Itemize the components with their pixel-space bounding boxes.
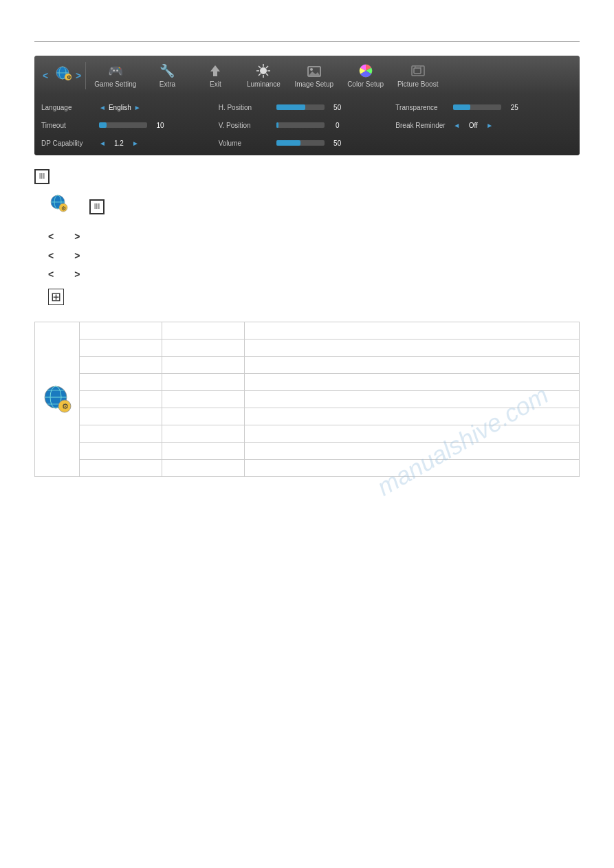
osd-menu-image-label: Image Setup xyxy=(294,80,333,88)
osd-dp-row: DP Capability ◄ 1.2 ► xyxy=(41,136,219,150)
table-cell xyxy=(162,357,245,374)
volume-label: Volume xyxy=(219,140,274,147)
table-cell xyxy=(80,443,162,460)
table-cell xyxy=(80,340,162,357)
osd-menu-game-label: Game Setting xyxy=(94,80,136,88)
table-cell xyxy=(80,357,162,374)
svg-text:⚙: ⚙ xyxy=(61,205,66,212)
table-row xyxy=(35,408,580,425)
table-row xyxy=(35,340,580,357)
osd-menu-picture[interactable]: Picture Boost xyxy=(391,60,445,91)
arrows-desc: < > < > < > xyxy=(48,228,580,283)
osd-timeout-row: Timeout 10 xyxy=(41,118,219,132)
osd-right-column: Transparence 25 Break Reminder ◄ Off ► xyxy=(395,100,573,150)
desc-area: III ⚙ III < > < > < > xyxy=(34,169,580,308)
dp-right-arrow[interactable]: ► xyxy=(132,140,139,147)
svg-marker-17 xyxy=(308,71,320,76)
language-value: English xyxy=(109,104,131,111)
svg-point-6 xyxy=(260,67,267,74)
dp-label: DP Capability xyxy=(41,140,96,147)
break-left-arrow[interactable]: ◄ xyxy=(453,122,460,129)
osd-menu-extra[interactable]: 🔧 Extra xyxy=(143,60,191,91)
timeout-label: Timeout xyxy=(41,122,96,129)
dp-left-arrow[interactable]: ◄ xyxy=(99,140,106,147)
svg-line-11 xyxy=(259,66,261,68)
break-value: Off xyxy=(463,122,483,129)
right-arrow-2: > xyxy=(74,247,80,265)
table-cell xyxy=(80,460,162,477)
table-cell xyxy=(245,460,580,477)
arrow-line-2: < > xyxy=(48,247,580,265)
move-icon-container: ⊞ xyxy=(48,286,580,308)
svg-text:⚙: ⚙ xyxy=(67,75,71,80)
osd-next-arrow[interactable]: > xyxy=(76,70,81,81)
box-icon-2: III xyxy=(89,199,105,214)
osd-menu-game[interactable]: 🎮 Game Setting xyxy=(87,60,143,91)
table-row xyxy=(35,443,580,460)
table-cell xyxy=(162,425,245,443)
table-cell xyxy=(245,322,580,340)
break-right-arrow[interactable]: ► xyxy=(486,122,493,129)
left-arrow-3: < xyxy=(48,266,54,283)
osd-hpos-row: H. Position 50 xyxy=(219,100,396,114)
table-row xyxy=(35,357,580,374)
table-cell xyxy=(162,443,245,460)
table-icon-cell: ⚙ xyxy=(35,322,80,477)
osd-menu-exit[interactable]: Exit xyxy=(191,60,239,91)
timeout-slider[interactable] xyxy=(99,122,147,128)
trans-slider-fill xyxy=(453,104,470,110)
timeout-slider-fill xyxy=(99,122,107,128)
exit-icon xyxy=(206,63,225,79)
vpos-slider-fill xyxy=(276,122,279,128)
osd-nav-arrows[interactable]: < ⚙ > xyxy=(40,66,84,85)
osd-left-column: Language ◄ English ► Timeout 10 DP Capab… xyxy=(41,100,219,150)
osd-break-row: Break Reminder ◄ Off ► xyxy=(395,118,573,132)
table-cell xyxy=(245,374,580,391)
osd-prev-arrow[interactable]: < xyxy=(43,70,48,81)
osd-menu-exit-label: Exit xyxy=(210,80,221,88)
osd-menu-image[interactable]: Image Setup xyxy=(287,60,340,91)
table-cell xyxy=(80,391,162,408)
break-label: Break Reminder xyxy=(395,122,450,129)
table-cell xyxy=(245,443,580,460)
volume-slider[interactable] xyxy=(276,140,325,146)
hpos-slider[interactable] xyxy=(276,104,325,110)
language-label: Language xyxy=(41,104,96,111)
osd-menu-luminance[interactable]: Luminance xyxy=(239,60,287,91)
table-cell xyxy=(162,322,245,340)
osd-content: Language ◄ English ► Timeout 10 DP Capab… xyxy=(34,95,580,155)
vpos-label: V. Position xyxy=(219,122,274,129)
osd-menu-picture-label: Picture Boost xyxy=(397,80,438,88)
volume-value: 50 xyxy=(327,140,348,147)
osd-trans-row: Transparence 25 xyxy=(395,100,573,114)
desc-globe-icon: ⚙ xyxy=(48,190,69,224)
vpos-slider[interactable] xyxy=(276,122,325,128)
right-arrow-3: > xyxy=(74,266,80,283)
osd-separator-0 xyxy=(85,62,86,89)
table-row xyxy=(35,425,580,443)
box-icon-1: III xyxy=(34,169,50,184)
osd-volume-row: Volume 50 xyxy=(219,136,396,150)
luminance-icon xyxy=(254,63,273,79)
osd-menu-bar: < ⚙ > 🎮 Game Setting 🔧 Extra xyxy=(34,56,580,95)
language-right-arrow[interactable]: ► xyxy=(134,104,141,111)
osd-menu-extra-label: Extra xyxy=(160,80,175,88)
color-setup-icon xyxy=(356,63,375,79)
picture-boost-icon xyxy=(408,63,428,79)
svg-line-13 xyxy=(266,66,268,68)
extra-icon: 🔧 xyxy=(157,63,177,79)
table-cell xyxy=(80,374,162,391)
table-cell xyxy=(80,408,162,425)
move-icon: ⊞ xyxy=(48,289,64,305)
svg-rect-20 xyxy=(414,68,421,74)
trans-value: 25 xyxy=(504,104,525,111)
osd-language-row: Language ◄ English ► xyxy=(41,100,219,114)
language-left-arrow[interactable]: ◄ xyxy=(99,104,106,111)
setup-globe-icon: ⚙ xyxy=(55,66,73,85)
trans-slider[interactable] xyxy=(453,104,501,110)
osd-menu-color-label: Color Setup xyxy=(347,80,384,88)
table-cell xyxy=(80,322,162,340)
osd-menu-color[interactable]: Color Setup xyxy=(340,60,391,91)
image-setup-icon xyxy=(305,63,324,79)
table-cell xyxy=(162,391,245,408)
